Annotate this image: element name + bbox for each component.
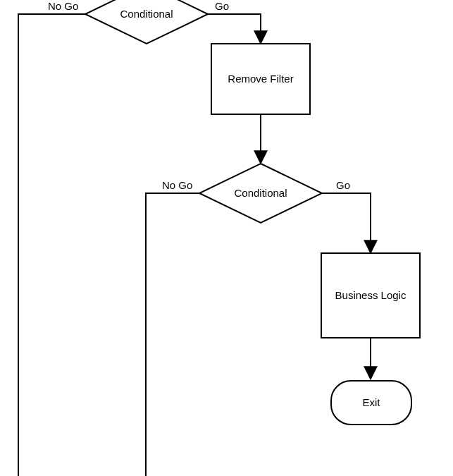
edge-c1-nogo-label: No Go bbox=[48, 0, 78, 12]
node-remove-filter-label: Remove Filter bbox=[228, 73, 293, 85]
flowchart-diagram: Conditional Go No Go Remove Filter Condi… bbox=[0, 0, 453, 476]
edge-c2-go-label: Go bbox=[336, 179, 350, 191]
node-conditional-2: Conditional bbox=[199, 164, 322, 223]
edge-c2-nogo-label: No Go bbox=[162, 179, 192, 191]
node-conditional-1: Conditional bbox=[85, 0, 208, 44]
node-business-logic: Business Logic bbox=[321, 253, 420, 338]
node-exit: Exit bbox=[331, 381, 411, 425]
svg-marker-0 bbox=[85, 0, 208, 44]
node-remove-filter: Remove Filter bbox=[211, 44, 310, 114]
edge-c1-go-label: Go bbox=[215, 0, 229, 12]
edge-c1-go: Go bbox=[208, 0, 261, 42]
node-business-logic-label: Business Logic bbox=[335, 289, 407, 301]
node-conditional-1-label: Conditional bbox=[120, 8, 173, 20]
node-exit-label: Exit bbox=[362, 396, 380, 408]
edge-c1-nogo: No Go bbox=[18, 0, 85, 476]
node-conditional-2-label: Conditional bbox=[234, 187, 287, 199]
edge-c2-go: Go bbox=[322, 179, 371, 252]
edge-c2-nogo: No Go bbox=[146, 179, 199, 476]
